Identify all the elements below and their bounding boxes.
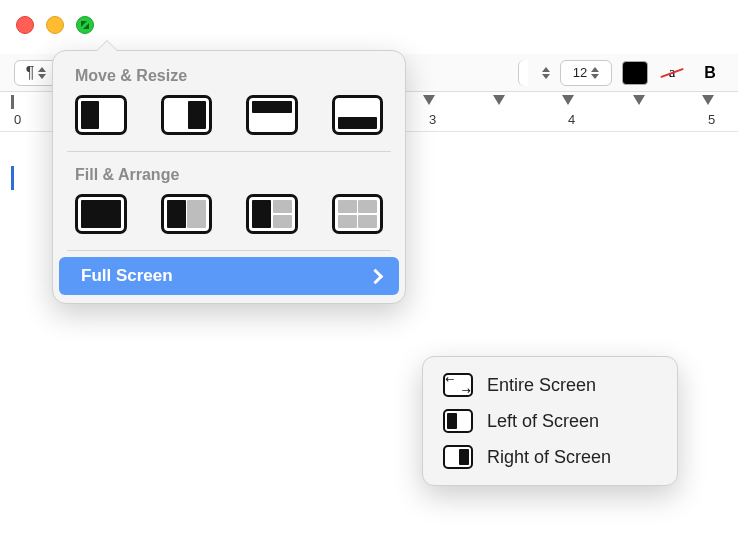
updown-icon (542, 67, 550, 79)
submenu-label: Left of Screen (487, 411, 599, 432)
text-color-swatch[interactable] (622, 61, 648, 85)
submenu-label: Right of Screen (487, 447, 611, 468)
window-tiling-popover: Move & Resize Fill & Arrange Full Screen (52, 50, 406, 304)
full-screen-menu-item[interactable]: Full Screen (59, 257, 399, 295)
ruler-number: 3 (429, 112, 436, 127)
updown-icon (591, 67, 599, 79)
full-screen-label: Full Screen (81, 266, 173, 286)
arrange-quarters-button[interactable] (332, 194, 384, 234)
divider (67, 250, 391, 251)
ruler-number: 4 (568, 112, 575, 127)
window-traffic-lights (16, 16, 94, 34)
tile-top-half-button[interactable] (246, 95, 298, 135)
arrange-halves-button[interactable] (161, 194, 213, 234)
tile-bottom-half-button[interactable] (332, 95, 384, 135)
entire-screen-icon: ↖↖ (443, 373, 473, 397)
text-cursor (11, 166, 14, 190)
left-of-screen-icon (443, 409, 473, 433)
ruler-tab-marker[interactable] (702, 95, 714, 105)
fill-screen-button[interactable] (75, 194, 127, 234)
ruler-margin-marker[interactable] (11, 95, 14, 109)
tile-left-half-button[interactable] (75, 95, 127, 135)
ruler-tab-marker[interactable] (562, 95, 574, 105)
close-button[interactable] (16, 16, 34, 34)
ruler-tab-marker[interactable] (633, 95, 645, 105)
font-size-field[interactable]: 12 (560, 60, 612, 86)
fill-arrange-grid (53, 194, 405, 250)
minimize-button[interactable] (46, 16, 64, 34)
ruler-number: 0 (14, 112, 21, 127)
updown-icon (38, 67, 46, 79)
ruler-tab-marker[interactable] (423, 95, 435, 105)
submenu-item-right-of-screen[interactable]: Right of Screen (423, 439, 677, 475)
strikethrough-button[interactable]: a (658, 61, 686, 85)
submenu-item-left-of-screen[interactable]: Left of Screen (423, 403, 677, 439)
full-screen-submenu: ↖↖ Entire Screen Left of Screen Right of… (422, 356, 678, 486)
zoom-button[interactable] (76, 16, 94, 34)
section-title-move-resize: Move & Resize (53, 51, 405, 95)
ruler-number: 5 (708, 112, 715, 127)
pilcrow-icon: ¶ (26, 64, 35, 82)
section-title-fill-arrange: Fill & Arrange (53, 152, 405, 194)
submenu-item-entire-screen[interactable]: ↖↖ Entire Screen (423, 367, 677, 403)
chevron-right-icon (368, 268, 384, 284)
submenu-label: Entire Screen (487, 375, 596, 396)
tile-right-half-button[interactable] (161, 95, 213, 135)
bold-label: B (704, 64, 716, 82)
font-size-value: 12 (573, 65, 587, 80)
bold-button[interactable]: B (696, 61, 724, 85)
arrange-left-two-right-button[interactable] (246, 194, 298, 234)
move-resize-grid (53, 95, 405, 151)
right-of-screen-icon (443, 445, 473, 469)
ruler-tab-marker[interactable] (493, 95, 505, 105)
